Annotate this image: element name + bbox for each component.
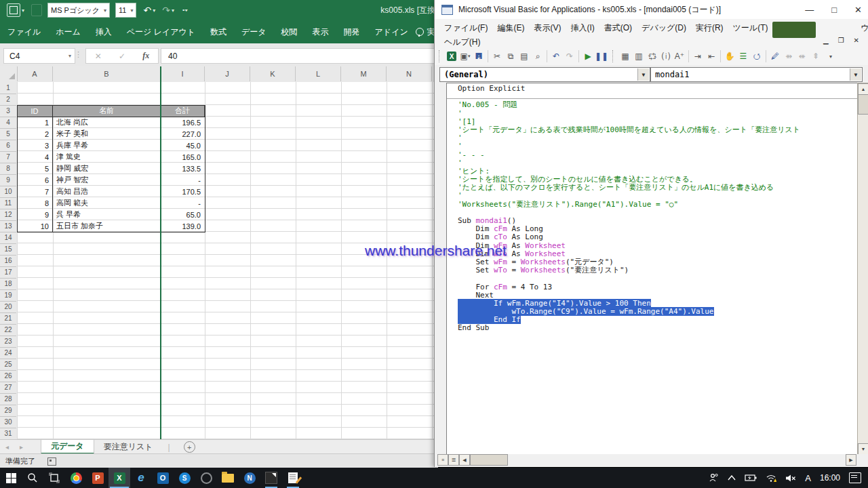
row-header-6[interactable]: 6 [0,140,16,152]
vba-menu-item-6[interactable]: 実行(R) [696,22,724,34]
action-center-icon[interactable] [849,472,861,483]
toolbar-options-icon[interactable]: ▾ [824,49,837,63]
table-row-7-total[interactable]: - [161,197,205,209]
table-row-2-total[interactable]: 45.0 [161,140,205,151]
row-header-11[interactable]: 11 [0,197,16,209]
table-row-1-name[interactable]: 米子 美和 [53,128,161,140]
table-row-1-id[interactable]: 2 [17,128,53,140]
table-row-3-total[interactable]: 165.0 [161,151,205,163]
code-line-13[interactable]: 'たとえば、以下のマクロを実行すると、シート「要注意リスト」のセルA1に値を書き… [458,184,800,192]
font-name-combo[interactable]: MS Pゴシック▾ [47,3,110,18]
vba-menu-item-2[interactable]: 表示(V) [534,22,561,34]
name-box[interactable]: C4▾ [3,48,75,64]
vba-menu-item-3[interactable]: 挿入(I) [570,22,594,34]
vba-menu-item-0[interactable]: ファイル(F) [444,22,488,34]
horizontal-scrollbar[interactable]: ≡ ☰ ◀ ▶ [435,454,868,466]
taskbar-app-dark[interactable] [260,468,282,488]
toggle-bookmark-icon[interactable]: 🖉 [768,49,782,63]
table-row-9-name[interactable]: 五日市 加奈子 [53,220,161,232]
row-header-5[interactable]: 5 [0,128,16,140]
ime-mode-indicator[interactable]: A [805,473,811,483]
taskbar-skype[interactable]: S [174,468,195,488]
column-header-L[interactable]: L [296,66,341,81]
table-row-3-name[interactable]: 津 篤史 [53,151,161,163]
code-line-25[interactable]: For cFm = 4 To 13 [458,283,800,291]
macro-record-icon[interactable] [47,458,56,466]
toolbar-overflow-grip[interactable] [612,50,616,62]
complete-word-icon[interactable]: A⁺ [673,49,686,63]
ribbon-tab-1[interactable]: ホーム [48,26,88,38]
row-header-1[interactable]: 1 [0,82,16,94]
row-header-19[interactable]: 19 [0,289,16,302]
code-line-8[interactable]: ' [458,142,800,150]
taskbar-ie[interactable]: e [130,468,152,488]
toolbar-grip[interactable] [439,50,442,62]
column-header-K[interactable]: K [250,66,296,81]
table-row-7-name[interactable]: 高岡 範夫 [53,197,161,209]
table-row-4-name[interactable]: 静岡 威宏 [53,163,161,174]
enter-icon[interactable]: ✓ [119,52,125,61]
uncomment-block-icon[interactable]: ⭯ [750,49,764,63]
vba-menu-item-7[interactable]: ツール(T) [733,22,768,34]
row-header-7[interactable]: 7 [0,151,16,163]
ribbon-tab-2[interactable]: 挿入 [88,26,119,38]
scroll-up-icon[interactable]: ▲ [858,83,868,95]
row-header-16[interactable]: 16 [0,255,16,267]
code-line-3[interactable]: 'No.005 - 問題 [458,101,800,109]
formula-input[interactable]: 40 [161,48,446,64]
ribbon-tab-6[interactable]: 校閲 [274,26,305,38]
vba-menu-item-5[interactable]: デバッグ(D) [642,22,686,34]
taskbar-onenote[interactable]: N [239,468,260,488]
table-row-6-id[interactable]: 7 [17,186,53,197]
select-all-corner[interactable] [0,66,18,81]
column-header-I[interactable]: I [161,66,205,81]
code-line-9[interactable]: '- - - [458,151,800,159]
object-combo[interactable]: (General) ▼ [439,67,650,82]
row-header-26[interactable]: 26 [0,370,16,382]
row-header-18[interactable]: 18 [0,278,16,290]
view-excel-icon[interactable]: X [445,49,458,63]
insert-userform-icon[interactable]: ▣▾ [458,49,472,63]
maximize-icon[interactable]: □ [831,5,837,15]
run-icon[interactable]: ▶ [581,49,595,63]
list-properties-icon[interactable]: ▦ [618,49,632,63]
parameter-info-icon[interactable]: ⒤ [659,49,673,63]
copy-icon[interactable]: ⧉ [504,49,517,63]
table-row-5-total[interactable]: - [161,174,205,186]
row-headers[interactable]: 1234567891011121314151617181920212223242… [0,82,18,439]
row-header-17[interactable]: 17 [0,266,16,279]
ribbon-tab-5[interactable]: データ [234,26,274,38]
column-headers[interactable]: ABIJKLMN [0,66,438,83]
row-header-15[interactable]: 15 [0,243,16,256]
ribbon-tab-4[interactable]: 数式 [203,26,234,38]
chevron-down-icon[interactable]: ▾ [130,7,133,14]
child-restore-icon[interactable]: ❐ [838,37,844,44]
taskbar-app-gray[interactable] [195,468,217,488]
taskbar-explorer[interactable] [217,468,239,488]
people-icon[interactable] [709,473,719,483]
table-row-4-id[interactable]: 5 [17,163,53,174]
full-module-view-icon[interactable]: ☰ [448,454,459,466]
minimize-icon[interactable]: — [805,5,814,15]
taskbar-powerpoint[interactable]: P [87,468,108,488]
table-row-9-id[interactable]: 10 [17,220,53,232]
start-button[interactable] [0,468,22,488]
code-line-30[interactable]: End Sub [458,324,800,332]
add-sheet-button[interactable]: + [176,440,203,454]
table-row-6-total[interactable]: 170.5 [161,186,205,197]
break-icon[interactable]: ❚❚ [595,49,608,63]
table-header-1[interactable]: 名前 [53,105,161,117]
column-header-B[interactable]: B [53,66,161,81]
quick-info-icon[interactable]: ⮔ [646,49,659,63]
table-row-7-id[interactable]: 8 [17,197,53,209]
table-row-2-id[interactable]: 3 [17,140,53,151]
row-header-22[interactable]: 22 [0,324,16,336]
row-header-28[interactable]: 28 [0,393,16,405]
table-header-0[interactable]: ID [17,105,53,117]
code-line-7[interactable]: ' [458,134,800,142]
ribbon-tab-7[interactable]: 表示 [305,26,336,38]
comment-block-icon[interactable]: ☰ [736,49,750,63]
customize-qat-icon[interactable]: ⹀▾ [182,6,188,14]
row-header-24[interactable]: 24 [0,347,16,359]
row-header-2[interactable]: 2 [0,94,16,106]
